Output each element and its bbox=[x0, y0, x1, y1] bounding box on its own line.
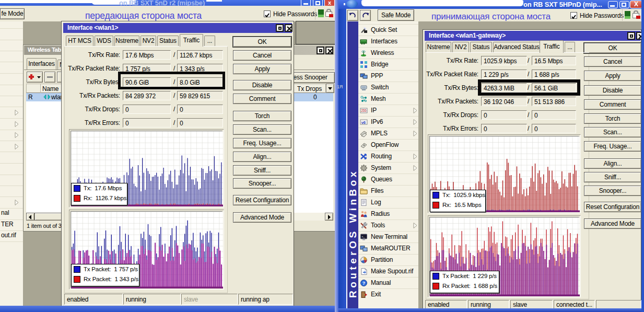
svg-text:255: 255 bbox=[361, 109, 367, 112]
svg-text:v6: v6 bbox=[361, 120, 366, 124]
svg-text:?: ? bbox=[362, 281, 365, 286]
svg-text:>_: >_ bbox=[361, 235, 365, 238]
